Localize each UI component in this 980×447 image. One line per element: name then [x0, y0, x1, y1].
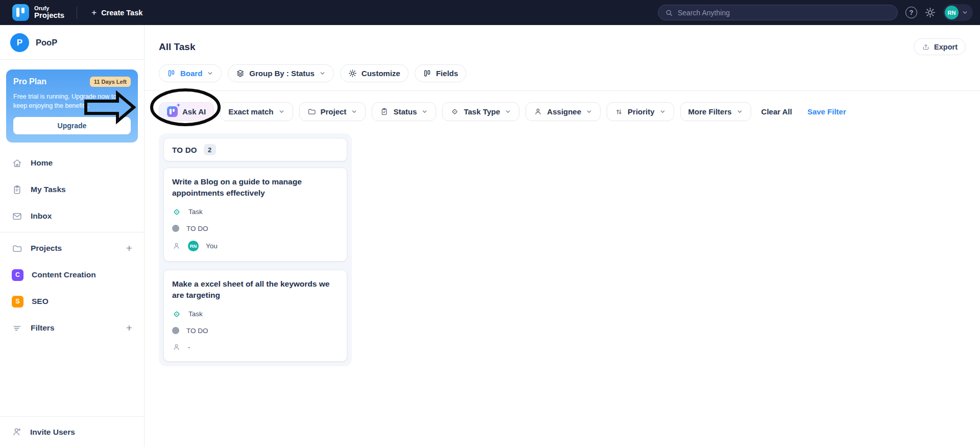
kanban-icon: [167, 69, 176, 78]
exact-match-label: Exact match: [228, 107, 273, 116]
settings-gear-icon[interactable]: [925, 7, 936, 18]
group-by-dropdown[interactable]: Group By : Status: [228, 64, 334, 82]
chevron-down-icon: [351, 108, 357, 115]
kanban-board: TO DO 2 Write a Blog on a guide to manag…: [145, 121, 980, 366]
sidebar-item-filters[interactable]: Filters +: [0, 315, 144, 341]
pro-plan-card: Pro Plan 11 Days Left Free trial is runn…: [6, 69, 138, 143]
sidebar-item-label: Projects: [31, 244, 62, 253]
brand: Orufy Projects: [34, 5, 64, 20]
search-icon: [665, 9, 673, 17]
sidebar-item-home[interactable]: Home: [0, 150, 144, 176]
task-type-value: Task: [188, 310, 203, 318]
status-dot-icon: [172, 327, 179, 334]
folder-icon: [307, 107, 316, 116]
sort-arrows-icon: [615, 108, 623, 116]
invite-user-icon: [12, 427, 22, 437]
task-card[interactable]: Make a excel sheet of all the keywords w…: [163, 270, 347, 362]
chevron-down-icon: [962, 9, 968, 16]
upgrade-button[interactable]: Upgrade: [13, 117, 131, 134]
sidebar-item-label: My Tasks: [31, 185, 66, 194]
assignee-avatar: RN: [188, 241, 199, 251]
assignee-value: You: [206, 242, 218, 250]
board-view-dropdown[interactable]: Board: [159, 64, 222, 82]
export-label: Export: [934, 43, 958, 51]
search-input[interactable]: [678, 9, 891, 17]
user-avatar: RN: [945, 6, 959, 19]
ask-ai-label: Ask AI: [182, 107, 206, 116]
todo-column-header[interactable]: TO DO 2: [163, 138, 347, 161]
envelope-icon: [12, 211, 22, 222]
project-badge: S: [12, 296, 23, 308]
task-status-value: TO DO: [186, 225, 208, 232]
column-count-badge: 2: [204, 144, 216, 155]
task-type-filter-dropdown[interactable]: Task Type: [442, 102, 519, 121]
columns-icon: [423, 69, 432, 78]
task-type-value: Task: [188, 208, 203, 216]
group-by-label: Group By : Status: [249, 69, 315, 78]
chevron-down-icon: [421, 108, 428, 115]
workspace-name: PooP: [36, 38, 57, 48]
sidebar-project-content-creation[interactable]: C Content Creation: [0, 262, 144, 288]
clipboard-icon: [12, 184, 22, 195]
todo-column: TO DO 2 Write a Blog on a guide to manag…: [159, 133, 352, 366]
person-icon: [534, 107, 542, 116]
add-filter-button[interactable]: +: [126, 322, 132, 334]
fields-button[interactable]: Fields: [415, 64, 466, 82]
add-project-button[interactable]: +: [126, 242, 132, 254]
sidebar-item-my-tasks[interactable]: My Tasks: [0, 176, 144, 203]
sidebar-item-projects[interactable]: Projects +: [0, 235, 144, 262]
project-label: SEO: [32, 297, 49, 306]
export-button[interactable]: Export: [914, 38, 966, 55]
task-card[interactable]: Write a Blog on a guide to manage appoin…: [163, 168, 347, 262]
filter-icon: [12, 323, 22, 334]
sidebar-item-label: Home: [31, 158, 53, 168]
chevron-down-icon: [505, 108, 511, 115]
customize-button[interactable]: Customize: [340, 64, 409, 82]
topbar-divider: [77, 7, 77, 19]
sidebar-project-seo[interactable]: S SEO: [0, 288, 144, 315]
plan-description: Free trial is running, Upgrade now to ke…: [13, 92, 131, 110]
clear-all-button[interactable]: Clear All: [761, 107, 792, 116]
orufy-logo-icon[interactable]: [12, 4, 29, 21]
exact-match-dropdown[interactable]: Exact match: [220, 102, 293, 121]
ask-ai-sparkle-icon: ✦: [167, 106, 178, 117]
project-badge: C: [12, 269, 23, 281]
sidebar-divider: [0, 232, 144, 232]
workspace-switcher[interactable]: P PooP: [0, 25, 144, 59]
assignee-filter-dropdown[interactable]: Assignee: [525, 102, 601, 121]
assignee-filter-label: Assignee: [547, 107, 581, 116]
task-status-value: TO DO: [186, 327, 208, 335]
more-filters-dropdown[interactable]: More Filters: [680, 102, 751, 121]
invite-users-button[interactable]: Invite Users: [0, 416, 144, 447]
main-content: All Task Export Board: [145, 25, 980, 447]
clipboard-check-icon: [380, 107, 389, 116]
create-task-button[interactable]: + Create Task: [91, 8, 142, 18]
chevron-down-icon: [278, 108, 285, 115]
task-title: Make a excel sheet of all the keywords w…: [172, 278, 339, 301]
chevron-down-icon: [586, 108, 592, 115]
user-menu[interactable]: RN: [943, 4, 973, 21]
plan-days-left-badge: 11 Days Left: [90, 77, 131, 87]
sidebar-item-inbox[interactable]: Inbox: [0, 203, 144, 229]
project-label: Content Creation: [32, 270, 96, 279]
project-filter-dropdown[interactable]: Project: [299, 102, 366, 121]
help-icon[interactable]: ?: [905, 7, 917, 18]
sidebar-nav: Home My Tasks Inbox Projects +: [0, 146, 144, 341]
sidebar-item-label: Inbox: [31, 211, 52, 221]
save-filter-button[interactable]: Save Filter: [807, 107, 846, 116]
task-title: Write a Blog on a guide to manage appoin…: [172, 176, 339, 199]
priority-filter-dropdown[interactable]: Priority: [607, 102, 674, 121]
project-filter-label: Project: [321, 107, 347, 116]
status-filter-dropdown[interactable]: Status: [372, 102, 436, 121]
filter-bar: ✦ Ask AI Exact match Project: [145, 91, 980, 121]
ask-ai-button[interactable]: ✦ Ask AI: [159, 102, 214, 121]
invite-users-label: Invite Users: [30, 428, 75, 437]
task-type-filter-label: Task Type: [464, 107, 500, 116]
sidebar-divider: [0, 59, 144, 60]
search-bar[interactable]: [658, 5, 898, 20]
assignee-icon: [172, 343, 181, 351]
assignee-value: -: [188, 343, 190, 351]
gear-icon: [348, 69, 357, 78]
priority-filter-label: Priority: [628, 107, 655, 116]
topbar: Orufy Projects + Create Task ? RN: [0, 0, 980, 25]
